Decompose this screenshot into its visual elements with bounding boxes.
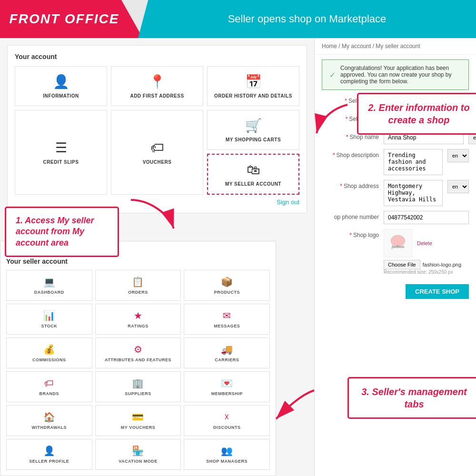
- seller-item-brands[interactable]: 🏷 BRANDS: [6, 371, 92, 402]
- seller-item-orders[interactable]: 📋 ORDERS: [95, 270, 181, 301]
- recommend-text: Recommended size: 250x250 px: [384, 269, 461, 275]
- account-item-order-history[interactable]: 📅 ORDER HISTORY AND DETAILS: [207, 66, 299, 106]
- shop-description-input[interactable]: Trending fashion and accessories: [384, 149, 443, 175]
- seller-item-label: SUPPLIERS: [125, 391, 151, 396]
- choose-file-button[interactable]: Choose File: [384, 260, 420, 269]
- form-breadcrumb-text: Home / My account / My seller account: [322, 43, 420, 50]
- location-icon: 📍: [149, 74, 166, 89]
- shop-description-lang-select[interactable]: en: [447, 149, 469, 162]
- list-icon: ☰: [55, 140, 67, 156]
- front-office-banner: FRONT OFFICE: [0, 0, 143, 38]
- callout-box-1: 1. Access My seller account from My acco…: [5, 207, 119, 257]
- seller-item-label: SHOP MANAGERS: [206, 459, 248, 464]
- account-item-label: ADD FIRST ADDRESS: [130, 93, 184, 99]
- seller-subtitle-text: Seller opens shop on Marketplace: [228, 13, 387, 25]
- seller-item-carriers[interactable]: 🚚 CARRIERS: [184, 337, 270, 368]
- form-breadcrumb: Home / My account / My seller account: [315, 38, 476, 55]
- seller-panel: Home / My account / My seller account Yo…: [0, 241, 276, 476]
- seller-item-withdrawals[interactable]: 🏠 WITHDRAWALS: [6, 405, 92, 436]
- seller-item-my-vouchers[interactable]: 💳 MY VOUCHERS: [95, 405, 181, 436]
- seller-item-membership[interactable]: 💌 MEMBERSHIP: [184, 371, 270, 402]
- shop-description-label: *Shop description: [322, 149, 379, 159]
- seller-item-label: PRODUCTS: [214, 290, 240, 295]
- callout2-text: 2. Enter information to create a shop: [368, 102, 469, 125]
- stock-icon: 📊: [43, 310, 55, 321]
- callout-box-3: 3. Seller's management tabs: [347, 377, 476, 419]
- seller-item-products[interactable]: 📦 PRODUCTS: [184, 270, 270, 301]
- account-item-shopping-carts[interactable]: 🛒 MY SHOPPING CARTS: [207, 110, 299, 150]
- account-item-credit-slips[interactable]: ☰ CREDIT SLIPS: [15, 110, 107, 195]
- commissions-icon: 💰: [43, 344, 55, 355]
- seller-item-attributes[interactable]: ⚙ ATTRIBUTES AND FEATURES: [95, 337, 181, 368]
- seller-item-label: MESSAGES: [214, 324, 240, 328]
- seller-item-label: CARRIERS: [215, 357, 239, 362]
- form-row-shop-description: *Shop description Trending fashion and a…: [322, 149, 469, 175]
- fashion-logo-text: fashion: [392, 244, 405, 249]
- account-item-label: CREDIT SLIPS: [43, 159, 79, 165]
- callout1-text: 1. Access My seller account from My acco…: [16, 216, 94, 248]
- account-item-seller-account[interactable]: 🛍 MY SELLER ACCOUNT: [207, 154, 299, 195]
- seller-item-suppliers[interactable]: 🏢 SUPPLIERS: [95, 371, 181, 402]
- seller-item-messages[interactable]: ✉ MESSAGES: [184, 304, 270, 335]
- arrow-3: [267, 386, 324, 424]
- shop-address-lang-select[interactable]: en: [447, 180, 469, 193]
- success-banner: ✓ Congratulations! Your application has …: [322, 60, 469, 90]
- phone-label: op phone number: [322, 211, 379, 220]
- seller-item-ratings[interactable]: ★ RATINGS: [95, 304, 181, 335]
- account-item-label: MY SHOPPING CARTS: [226, 137, 281, 142]
- file-name-display: fashion-logo.png: [423, 262, 461, 268]
- seller-item-profile[interactable]: 👤 SELLER PROFILE: [6, 439, 92, 470]
- logo-label: *Shop logo: [322, 229, 379, 238]
- account-item-address[interactable]: 📍 ADD FIRST ADDRESS: [111, 66, 203, 106]
- seller-item-stock[interactable]: 📊 STOCK: [6, 304, 92, 335]
- create-shop-button[interactable]: CREATE SHOP: [406, 284, 469, 299]
- seller-item-managers[interactable]: 👥 SHOP MANAGERS: [184, 439, 270, 470]
- seller-grid: 💻 DASHBOARD 📋 ORDERS 📦 PRODUCTS 📊 STOCK …: [6, 270, 270, 470]
- cart-icon: 🛒: [245, 118, 262, 133]
- seller-item-label: COMMISSIONS: [32, 357, 66, 362]
- arrow-2: [309, 100, 357, 138]
- suppliers-icon: 🏢: [132, 377, 144, 389]
- shop-address-label: *Shop address: [322, 180, 379, 189]
- callout-box-2: 2. Enter information to create a shop: [357, 93, 476, 135]
- products-icon: 📦: [221, 276, 233, 288]
- seller-item-label: ORDERS: [128, 290, 148, 295]
- seller-item-label: DISCOUNTS: [213, 425, 241, 430]
- seller-item-label: WITHDRAWALS: [32, 425, 67, 430]
- orders-icon: 📋: [132, 276, 144, 288]
- logo-preview-area: fashion Delete: [384, 229, 461, 258]
- seller-item-label: MEMBERSHIP: [211, 391, 243, 396]
- account-grid: 👤 INFORMATION 📍 ADD FIRST ADDRESS 📅 ORDE…: [15, 66, 299, 195]
- attributes-icon: ⚙: [134, 344, 142, 355]
- callout3-text: 3. Seller's management tabs: [361, 387, 467, 409]
- file-input-row: Choose File fashion-logo.png: [384, 260, 461, 269]
- bag-icon: 🛍: [247, 162, 260, 178]
- success-message: Congratulations! Your application has be…: [340, 65, 461, 85]
- fashion-logo-svg: fashion: [386, 234, 410, 253]
- profile-icon: 👤: [43, 445, 55, 456]
- account-item-information[interactable]: 👤 INFORMATION: [15, 66, 107, 106]
- phone-input[interactable]: [384, 211, 469, 224]
- account-item-label: MY SELLER ACCOUNT: [225, 181, 281, 187]
- carriers-icon: 🚚: [221, 344, 233, 355]
- messages-icon: ✉: [223, 310, 231, 321]
- seller-item-label: DASHBOARD: [34, 290, 64, 295]
- seller-item-dashboard[interactable]: 💻 DASHBOARD: [6, 270, 92, 301]
- seller-item-label: SELLER PROFILE: [29, 459, 69, 464]
- seller-item-vacation[interactable]: 🏪 VACATION MODE: [95, 439, 181, 470]
- delete-logo-link[interactable]: Delete: [417, 240, 432, 246]
- person-icon: 👤: [53, 74, 69, 89]
- seller-item-label: RATINGS: [128, 324, 148, 328]
- discounts-icon: ☓: [224, 411, 229, 423]
- check-icon: ✓: [329, 70, 336, 79]
- seller-panel-title: Your seller account: [6, 258, 270, 265]
- seller-item-label: BRANDS: [40, 391, 60, 396]
- account-title: Your account: [15, 53, 299, 60]
- shop-address-input[interactable]: Montgomery Highway, Vestavia Hills: [384, 180, 443, 206]
- seller-item-discounts[interactable]: ☓ DISCOUNTS: [184, 405, 270, 436]
- my-vouchers-icon: 💳: [132, 411, 144, 423]
- account-item-vouchers[interactable]: 🏷 VOUCHERS: [111, 110, 203, 195]
- form-row-logo: *Shop logo fashion Delete Choose Fil: [322, 229, 469, 275]
- seller-item-commissions[interactable]: 💰 COMMISSIONS: [6, 337, 92, 368]
- managers-icon: 👥: [221, 445, 233, 456]
